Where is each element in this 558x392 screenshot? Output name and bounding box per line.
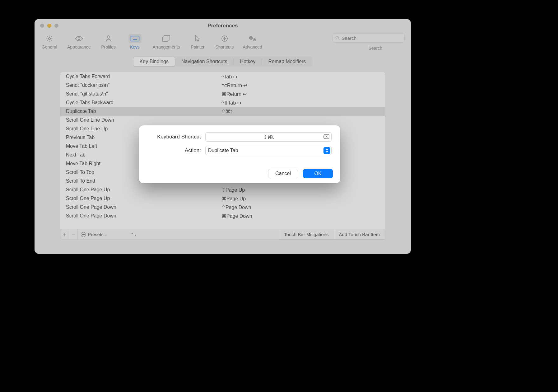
binding-action: Scroll One Line Down xyxy=(66,117,221,123)
subtab-remap-modifiers[interactable]: Remap Modifiers xyxy=(262,57,312,66)
svg-rect-10 xyxy=(162,37,168,41)
binding-row[interactable]: Scroll One Page Up⌘Page Up xyxy=(60,194,385,203)
binding-row[interactable]: Duplicate Tab⇧⌘t xyxy=(60,107,385,116)
pointer-icon xyxy=(191,34,204,43)
preferences-toolbar: General Appearance Profiles Keys xyxy=(35,33,411,53)
binding-action: Scroll One Page Down xyxy=(66,204,221,210)
svg-point-14 xyxy=(253,39,256,41)
binding-row[interactable]: Scroll One Line Down xyxy=(60,116,385,124)
gears-icon xyxy=(246,34,259,43)
presets-dropdown[interactable]: ••• Presets... ⌃⌄ xyxy=(78,229,140,240)
action-label: Action: xyxy=(148,147,205,154)
tab-keys[interactable]: Keys xyxy=(126,34,144,49)
binding-action: Send: "git status\n" xyxy=(66,91,221,97)
tab-arrangements[interactable]: Arrangements xyxy=(153,34,180,49)
bolt-icon xyxy=(218,34,231,43)
person-icon xyxy=(102,34,115,43)
binding-shortcut: ⌘Page Down xyxy=(221,213,379,219)
binding-action: Scroll One Page Up xyxy=(66,187,221,193)
tab-profiles[interactable]: Profiles xyxy=(100,34,117,49)
ok-button[interactable]: OK xyxy=(303,169,333,178)
binding-row[interactable]: Cycle Tabs Forward^Tab ↦ xyxy=(60,72,385,81)
search-input[interactable] xyxy=(342,35,402,41)
tab-appearance[interactable]: Appearance xyxy=(67,34,91,49)
tab-advanced[interactable]: Advanced xyxy=(243,34,262,49)
binding-row[interactable]: Send: "docker ps\n"⌥Return ↩ xyxy=(60,81,385,90)
cancel-button[interactable]: Cancel xyxy=(268,169,298,178)
binding-row[interactable]: Cycle Tabs Backward^⇧Tab ↦ xyxy=(60,98,385,107)
touch-bar-mitigations-button[interactable]: Touch Bar Mitigations xyxy=(279,229,334,240)
svg-point-13 xyxy=(250,37,252,39)
action-select[interactable]: Duplicate Tab xyxy=(205,146,332,155)
add-binding-button[interactable]: ＋ xyxy=(60,229,69,240)
traffic-lights xyxy=(40,24,58,28)
clear-shortcut-icon[interactable] xyxy=(323,134,329,141)
close-window-button[interactable] xyxy=(40,24,44,28)
binding-shortcut: ^⇧Tab ↦ xyxy=(221,100,379,106)
binding-shortcut: ⌘Return ↩ xyxy=(221,91,379,97)
binding-shortcut: ⇧Page Down xyxy=(221,204,379,210)
binding-row[interactable]: Scroll One Page Up⇧Page Up xyxy=(60,185,385,194)
keys-subtabs: Key Bindings Navigation Shortcuts Hotkey… xyxy=(35,56,411,67)
binding-action: Cycle Tabs Forward xyxy=(66,74,221,79)
subtab-hotkey[interactable]: Hotkey xyxy=(234,57,262,66)
binding-shortcut: ^Tab ↦ xyxy=(221,74,379,80)
binding-row[interactable]: Send: "git status\n"⌘Return ↩ xyxy=(60,90,385,98)
binding-shortcut: ⇧⌘t xyxy=(221,109,379,114)
window-title: Preferences xyxy=(35,19,411,29)
svg-point-15 xyxy=(254,40,255,40)
svg-rect-3 xyxy=(131,36,139,41)
keyboard-icon xyxy=(128,34,142,43)
binding-action: Cycle Tabs Backward xyxy=(66,100,221,105)
minimize-window-button[interactable] xyxy=(47,24,51,28)
binding-action: Scroll One Page Up xyxy=(66,196,221,201)
svg-point-11 xyxy=(222,36,227,41)
ellipsis-icon: ••• xyxy=(81,232,86,237)
binding-row[interactable]: Scroll One Page Down⌘Page Down xyxy=(60,212,385,220)
svg-point-1 xyxy=(78,38,80,40)
binding-action: Duplicate Tab xyxy=(66,109,221,114)
tab-shortcuts[interactable]: Shortcuts xyxy=(215,34,234,49)
gear-icon xyxy=(43,34,56,43)
svg-line-17 xyxy=(338,39,340,40)
binding-shortcut: ⌥Return ↩ xyxy=(221,82,379,88)
remove-binding-button[interactable]: － xyxy=(69,229,78,240)
preferences-window: Preferences General Appearance Profile xyxy=(35,19,411,254)
eye-icon xyxy=(72,34,86,43)
titlebar: Preferences xyxy=(35,19,411,33)
binding-action: Scroll One Page Down xyxy=(66,213,221,219)
svg-point-16 xyxy=(336,36,339,39)
svg-point-12 xyxy=(249,36,253,40)
subtab-key-bindings[interactable]: Key Bindings xyxy=(133,57,175,66)
shortcut-field[interactable]: ⇧⌘t xyxy=(205,132,332,142)
binding-shortcut: ⌘Page Up xyxy=(221,196,379,202)
binding-shortcut: ⇧Page Up xyxy=(221,187,379,193)
svg-point-2 xyxy=(107,36,110,38)
chevron-up-down-icon: ⌃⌄ xyxy=(131,232,137,237)
list-footer: ＋ － ••• Presets... ⌃⌄ Touch Bar Mitigati… xyxy=(60,229,385,240)
subtab-navigation-shortcuts[interactable]: Navigation Shortcuts xyxy=(175,57,234,66)
search-icon xyxy=(335,35,340,40)
svg-point-0 xyxy=(49,38,50,40)
shortcut-label: Keyboard Shortcut xyxy=(148,134,205,140)
add-touch-bar-item-button[interactable]: Add Touch Bar Item xyxy=(334,229,385,240)
binding-action: Send: "docker ps\n" xyxy=(66,82,221,88)
binding-row[interactable]: Scroll One Page Down⇧Page Down xyxy=(60,203,385,212)
zoom-window-button[interactable] xyxy=(54,24,58,28)
search-hint: Search xyxy=(369,46,382,51)
tab-general[interactable]: General xyxy=(41,34,58,49)
windows-icon xyxy=(160,34,173,43)
tab-pointer[interactable]: Pointer xyxy=(189,34,206,49)
edit-binding-sheet: Keyboard Shortcut ⇧⌘t Action: Duplicate … xyxy=(139,125,340,183)
chevron-up-down-icon xyxy=(323,147,330,154)
toolbar-search[interactable] xyxy=(332,33,405,43)
